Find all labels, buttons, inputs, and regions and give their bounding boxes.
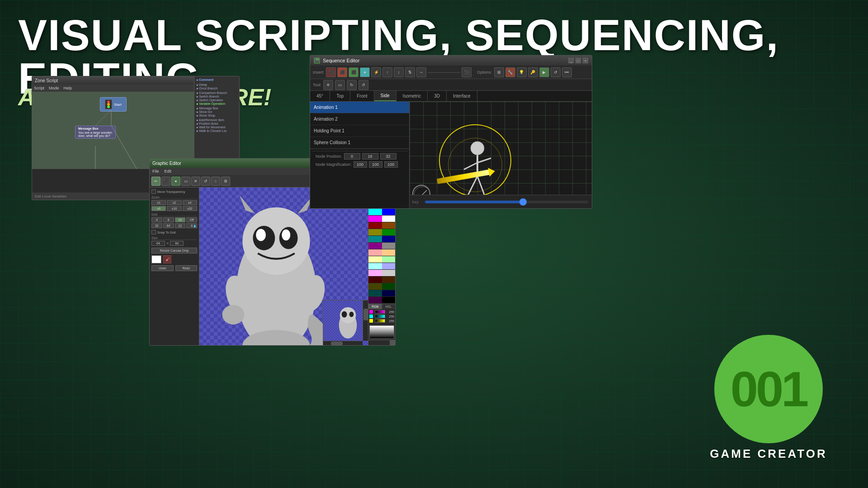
- palette-color-22[interactable]: [382, 263, 396, 269]
- ge-palette-scroll[interactable]: [368, 340, 395, 345]
- right-panel-position[interactable]: ● Position Actor: [196, 122, 237, 125]
- palette-color-19[interactable]: [368, 256, 382, 263]
- palette-color-11[interactable]: [368, 229, 382, 235]
- ge-tool-extra[interactable]: ⚙: [221, 177, 230, 186]
- se-mag-x[interactable]: [354, 161, 367, 168]
- ge-zoom-x8[interactable]: x8: [151, 206, 166, 211]
- ge-rgb-b-slider[interactable]: [375, 319, 385, 323]
- right-panel-comment[interactable]: ● Comment: [196, 78, 237, 81]
- palette-color-14[interactable]: [382, 236, 396, 242]
- palette-color-21[interactable]: [368, 263, 382, 269]
- script-node-start[interactable]: Start: [100, 97, 127, 112]
- palette-color-32[interactable]: [382, 297, 396, 303]
- ge-grid-8b[interactable]: 8 💧: [186, 223, 197, 228]
- se-opt-btn-1[interactable]: ⊞: [494, 67, 504, 77]
- ge-tab-hsl[interactable]: HSL: [382, 304, 396, 309]
- ge-gradient-preview[interactable]: [369, 325, 394, 339]
- palette-color-30[interactable]: [382, 290, 396, 296]
- ge-snap-checkbox[interactable]: [151, 230, 156, 235]
- palette-color-13[interactable]: [368, 236, 382, 242]
- ge-tool-select[interactable]: ▭: [181, 177, 190, 186]
- ge-tool-pencil[interactable]: ✏: [151, 177, 160, 186]
- right-panel-delay[interactable]: ● Delay: [196, 83, 237, 86]
- se-list-item-1[interactable]: Animation 2: [310, 113, 409, 125]
- zone-menu-help[interactable]: Help: [64, 86, 72, 90]
- ge-zoom-x4[interactable]: x4: [183, 200, 197, 205]
- ge-zoom-x2[interactable]: x2: [167, 200, 181, 205]
- palette-color-9[interactable]: [368, 222, 382, 229]
- ge-grid-4[interactable]: 4: [151, 217, 162, 222]
- se-minimize[interactable]: _: [568, 58, 574, 63]
- right-panel-walk[interactable]: ● Walk to Closest Loc: [196, 129, 237, 132]
- palette-color-7[interactable]: [368, 216, 382, 222]
- ge-zoom-x32[interactable]: x32: [183, 206, 197, 211]
- palette-color-10[interactable]: [382, 222, 396, 229]
- se-tab-side[interactable]: Side: [374, 91, 396, 101]
- ge-zoom-x16[interactable]: x16: [167, 206, 181, 211]
- se-insert-btn-8[interactable]: ⇅: [405, 67, 415, 77]
- palette-color-12[interactable]: [382, 229, 396, 235]
- palette-color-6[interactable]: [382, 209, 396, 215]
- ge-rgb-r-slider[interactable]: [375, 310, 385, 314]
- ge-menu-file[interactable]: File: [152, 169, 159, 174]
- palette-color-20[interactable]: [382, 256, 396, 263]
- right-panel-comparison[interactable]: ● Comparison Branch: [196, 91, 237, 94]
- se-list-item-2[interactable]: Holding Point 1: [310, 125, 409, 137]
- zone-bottom-left[interactable]: Edit Local Variables: [35, 194, 66, 198]
- se-opt-btn-4[interactable]: 🔑: [528, 67, 538, 77]
- ge-menu-edit[interactable]: Edit: [165, 169, 172, 174]
- se-tab-top[interactable]: Top: [330, 91, 350, 101]
- palette-color-15[interactable]: [368, 243, 382, 249]
- ge-grid-32[interactable]: 32: [151, 223, 162, 228]
- right-panel-shop[interactable]: ● Show Shop: [196, 114, 237, 117]
- ge-minimap[interactable]: [323, 300, 368, 345]
- ge-tool-green[interactable]: ●: [171, 177, 180, 186]
- se-tab-front[interactable]: Front: [350, 91, 374, 101]
- se-timeline-thumb[interactable]: [519, 198, 527, 206]
- ge-grid-64[interactable]: 64: [163, 223, 174, 228]
- se-tool-move[interactable]: ✛: [323, 80, 333, 90]
- se-opt-btn-6[interactable]: ↺: [551, 67, 561, 77]
- palette-color-27[interactable]: [368, 283, 382, 290]
- ge-tool-rotate[interactable]: ↺: [201, 177, 210, 186]
- palette-color-8[interactable]: [382, 216, 396, 222]
- se-list-item-3[interactable]: Sphere Collision 1: [310, 137, 409, 149]
- se-tool-rotate-ccw[interactable]: ↺: [359, 80, 368, 90]
- ge-erase-btn[interactable]: 🖌: [163, 255, 171, 263]
- ge-size-h[interactable]: [170, 241, 184, 246]
- ge-tool-circle[interactable]: ○: [211, 177, 220, 186]
- right-panel-msgbox[interactable]: ● Message Box: [196, 107, 237, 110]
- right-panel-variable-op[interactable]: ● Variable Operation: [196, 102, 237, 105]
- se-pos-x[interactable]: [344, 153, 360, 160]
- se-insert-btn-1[interactable]: ⬛: [326, 67, 336, 77]
- se-tool-rotate-cw[interactable]: ↻: [347, 80, 357, 90]
- right-panel-addremove[interactable]: ● Add/Remove Item: [196, 118, 237, 122]
- ge-grid-off[interactable]: Off: [186, 217, 197, 222]
- ge-grid-12[interactable]: 12: [175, 223, 186, 228]
- se-insert-btn-10[interactable]: ⬛: [462, 67, 472, 77]
- palette-color-16[interactable]: [382, 243, 396, 249]
- se-mag-z[interactable]: [384, 161, 398, 168]
- ge-minimap-scrollbar-v[interactable]: [363, 300, 368, 341]
- ge-resize-canvas-btn[interactable]: Resize Canvas Only: [151, 248, 197, 253]
- palette-color-29[interactable]: [368, 290, 382, 296]
- ge-redo-btn[interactable]: Redo: [175, 265, 198, 271]
- right-panel-switch-branch[interactable]: ● Switch Branch: [196, 95, 237, 98]
- palette-color-5[interactable]: [368, 209, 382, 215]
- ge-tab-rgb[interactable]: RGB: [368, 304, 382, 309]
- se-opt-btn-7[interactable]: •••: [562, 67, 572, 77]
- ge-rgb-g-slider[interactable]: [375, 314, 385, 318]
- palette-color-24[interactable]: [382, 270, 396, 276]
- right-panel-once[interactable]: ● Once Branch: [196, 87, 237, 90]
- zone-menu-script[interactable]: Script: [34, 86, 44, 90]
- palette-color-25[interactable]: [368, 277, 382, 283]
- ge-tool-cross[interactable]: ✕: [191, 177, 200, 186]
- right-panel-wait[interactable]: ● Wait for Movement: [196, 126, 237, 129]
- se-tab-3d[interactable]: 3D: [428, 91, 447, 101]
- ge-foreground-color[interactable]: [151, 255, 161, 263]
- se-opt-btn-5[interactable]: ▶: [539, 67, 549, 77]
- se-maximize[interactable]: □: [576, 58, 581, 63]
- se-3d-viewport[interactable]: key: [410, 102, 592, 208]
- ge-size-w[interactable]: [151, 241, 165, 246]
- ge-grid-8[interactable]: 8: [163, 217, 174, 222]
